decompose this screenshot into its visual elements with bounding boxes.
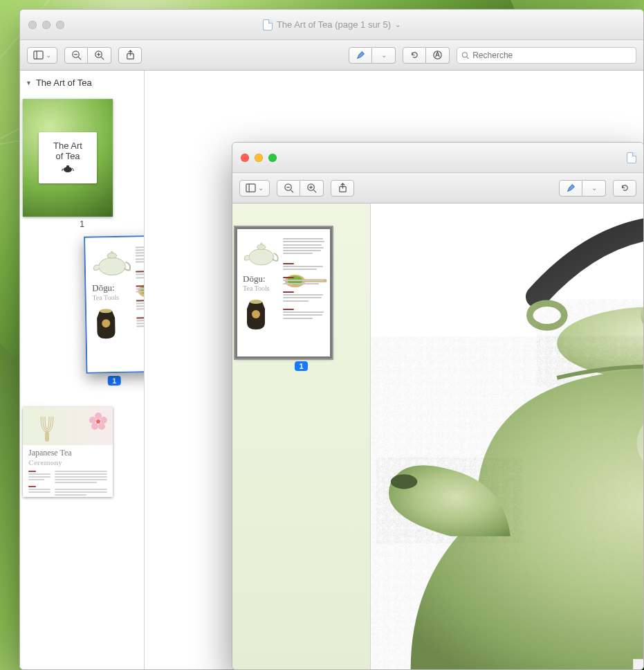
rotate-button[interactable]	[613, 180, 636, 197]
svg-line-6	[101, 57, 104, 60]
teapot-icon	[91, 245, 132, 278]
page-number-label: 1	[23, 219, 141, 229]
disclosure-triangle-icon[interactable]: ▼	[26, 80, 32, 87]
highlight-button[interactable]	[349, 47, 372, 64]
title-text: The Art of Tea (page 1 sur 5)	[277, 19, 391, 30]
close-icon[interactable]	[28, 21, 37, 29]
svg-point-11	[462, 52, 467, 57]
page-thumbnail-2-dragging[interactable]: Dōgu: Tea Tools	[84, 235, 142, 386]
chevron-down-icon[interactable]: ⌄	[395, 21, 401, 28]
window-title: The Art of Tea (page 1 sur 5) ⌄	[20, 19, 643, 30]
highlight-button[interactable]	[559, 180, 582, 197]
cover-title-2: of Tea	[55, 151, 80, 161]
svg-line-3	[78, 57, 81, 60]
resize-handle[interactable]	[633, 659, 643, 669]
share-button[interactable]	[331, 180, 354, 197]
zoom-icon[interactable]	[56, 21, 64, 29]
sidebar-toggle-button[interactable]: ⌄	[27, 47, 57, 64]
svg-point-40	[249, 249, 274, 265]
page-thumbnail-1[interactable]: The Art of Tea 1	[23, 99, 141, 229]
svg-point-41	[257, 244, 266, 249]
svg-point-16	[107, 253, 117, 258]
zoom-out-button[interactable]	[277, 180, 300, 197]
teapot-icon	[243, 237, 280, 269]
svg-point-24	[95, 413, 102, 419]
svg-rect-30	[246, 184, 255, 192]
titlebar[interactable]	[232, 143, 643, 173]
svg-rect-14	[66, 165, 69, 168]
thumb-subheading: Tea Tools	[92, 293, 133, 301]
document-icon	[263, 19, 273, 30]
preview-window-2: ⌄ ⌄	[232, 142, 644, 670]
highlight-menu-button[interactable]: ⌄	[372, 47, 396, 64]
thumb-subheading: Ceremony	[28, 458, 107, 467]
thumb-heading: Japanese Tea	[28, 448, 107, 458]
search-input[interactable]	[472, 51, 632, 60]
svg-point-28	[89, 417, 96, 424]
outline-header[interactable]: ▼ The Art of Tea	[23, 78, 141, 92]
share-button[interactable]	[118, 47, 142, 64]
document-view[interactable]	[371, 203, 643, 669]
close-icon[interactable]	[241, 154, 249, 162]
svg-line-36	[313, 190, 316, 192]
drag-count-badge: 1	[108, 376, 120, 386]
svg-point-27	[91, 423, 98, 430]
search-field[interactable]	[457, 47, 636, 64]
zoom-in-button[interactable]	[300, 180, 324, 197]
minimize-icon[interactable]	[42, 21, 50, 29]
svg-point-13	[64, 167, 72, 172]
cover-title-1: The Art	[53, 141, 82, 151]
minimize-icon[interactable]	[255, 154, 263, 162]
svg-point-26	[98, 423, 105, 430]
teapot-icon	[61, 164, 75, 174]
page-number-badge: 1	[295, 361, 307, 371]
titlebar[interactable]: The Art of Tea (page 1 sur 5) ⌄	[20, 10, 643, 40]
markup-button[interactable]	[426, 47, 450, 64]
svg-line-33	[291, 190, 293, 192]
svg-point-15	[98, 257, 125, 275]
whisk-icon	[39, 415, 55, 443]
zoom-out-button[interactable]	[64, 47, 88, 64]
sidebar-toggle-button[interactable]: ⌄	[239, 180, 270, 197]
toolbar: ⌄ ⌄	[232, 173, 643, 203]
svg-point-44	[252, 310, 260, 318]
svg-point-42	[260, 243, 263, 246]
traffic-lights	[241, 154, 277, 162]
svg-point-25	[100, 417, 107, 424]
teapot-image	[371, 203, 643, 669]
page-thumbnail-3[interactable]: Japanese Tea Ceremony	[23, 407, 141, 497]
thumbnails-sidebar[interactable]: ▼ The Art of Tea The Art of Tea	[20, 71, 145, 669]
toolbar: ⌄ ⌄	[20, 40, 643, 71]
traffic-lights	[28, 21, 64, 29]
svg-rect-0	[34, 51, 43, 59]
tea-caddy-icon	[243, 296, 269, 331]
tea-caddy-icon	[93, 305, 120, 340]
svg-point-51	[391, 474, 417, 489]
thumbnails-sidebar[interactable]: Dōgu: Tea Tools	[232, 203, 371, 669]
zoom-icon[interactable]	[268, 154, 277, 162]
window-title	[627, 152, 636, 163]
blossom-icon	[88, 411, 109, 432]
document-title: The Art of Tea	[36, 78, 92, 88]
page-thumbnail-1[interactable]: Dōgu: Tea Tools	[235, 227, 367, 372]
thumb-heading: Dōgu:	[243, 273, 280, 284]
thumb-subheading: Tea Tools	[243, 284, 280, 292]
rotate-button[interactable]	[403, 47, 426, 64]
svg-point-48	[530, 303, 564, 327]
document-icon	[627, 152, 636, 163]
thumb-heading: Dōgu:	[92, 282, 133, 293]
svg-line-12	[467, 57, 469, 59]
zoom-in-button[interactable]	[88, 47, 111, 64]
svg-point-43	[250, 300, 262, 304]
highlight-menu-button[interactable]: ⌄	[582, 180, 606, 197]
svg-point-29	[96, 419, 100, 424]
search-icon	[461, 51, 469, 60]
svg-rect-23	[45, 432, 49, 442]
